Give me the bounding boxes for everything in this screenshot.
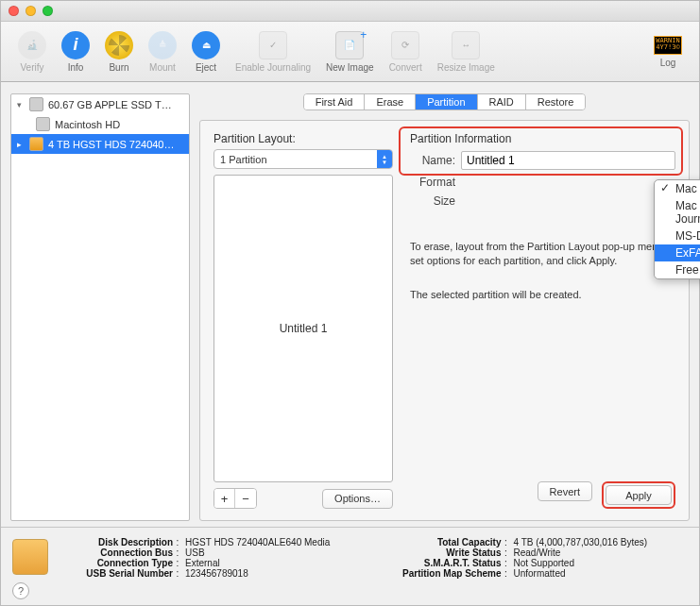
tool-label: Mount <box>149 62 176 73</box>
body: ▾ 60.67 GB APPLE SSD T… Macintosh HD ▸ 4… <box>1 82 699 527</box>
partition-panel: Partition Layout: 1 Partition ▲▼ Untitle… <box>199 120 690 521</box>
help-button[interactable]: ? <box>12 582 29 599</box>
format-option-exfat[interactable]: ExFAT <box>655 244 700 261</box>
sidebar-item-macintosh-hd[interactable]: Macintosh HD <box>11 114 189 134</box>
journal-icon: ✓ <box>259 31 287 59</box>
info-button[interactable]: i Info <box>54 27 97 76</box>
k: Disk Description <box>60 537 173 547</box>
view-tabs: First Aid Erase Partition RAID Restore <box>303 93 587 110</box>
created-text: The selected partition will be created. <box>410 289 675 300</box>
tab-partition[interactable]: Partition <box>416 94 477 109</box>
v: Read/Write <box>511 547 689 558</box>
sidebar-item-internal-disk[interactable]: ▾ 60.67 GB APPLE SSD T… <box>11 94 189 114</box>
burn-icon <box>105 31 133 59</box>
footer-details: Disk Description:HGST HDS 724040ALE640 M… <box>60 537 688 579</box>
info-title: Partition Information <box>410 132 675 145</box>
mount-button[interactable]: ≜ Mount <box>141 27 184 76</box>
disclosure-icon[interactable]: ▾ <box>17 100 25 109</box>
v: Unformatted <box>511 568 689 579</box>
v: External <box>182 558 360 568</box>
k: Total Capacity <box>388 537 502 547</box>
partition-diagram[interactable]: Untitled 1 <box>213 175 393 482</box>
k: Connection Type <box>60 558 173 568</box>
volume-icon <box>36 117 50 131</box>
log-icon: WARNIN4Y7!3© <box>654 36 682 55</box>
instruction-text: To erase, layout from the Partition Layo… <box>410 240 675 268</box>
tool-label: Verify <box>20 62 43 73</box>
select-arrows-icon: ▲▼ <box>377 150 392 168</box>
external-disk-icon <box>12 539 48 575</box>
eject-icon: ⏏ <box>192 31 220 59</box>
tool-label: Enable Journaling <box>235 62 311 73</box>
add-remove-seg: + − <box>213 488 257 509</box>
footer: Disk Description:HGST HDS 724040ALE640 M… <box>1 527 699 605</box>
select-value: 1 Partition <box>220 154 267 165</box>
v: 123456789018 <box>182 568 360 579</box>
format-dropdown: Mac OS Extended (Journaled) Mac OS Exten… <box>654 179 700 279</box>
tool-label: Log <box>660 58 676 68</box>
format-option-case-sensitive[interactable]: Mac OS Extended (Case-sensitive, Journal… <box>655 197 700 227</box>
v: HGST HDS 724040ALE640 Media <box>182 537 360 547</box>
minimize-icon[interactable] <box>26 6 36 16</box>
options-button[interactable]: Options… <box>322 489 393 509</box>
window-controls <box>9 6 53 16</box>
apply-button[interactable]: Apply <box>606 485 672 505</box>
k: Connection Bus <box>60 547 173 558</box>
add-partition-button[interactable]: + <box>214 489 235 508</box>
titlebar <box>1 1 699 22</box>
verify-button[interactable]: 🔬 Verify <box>10 27 54 76</box>
external-disk-icon <box>29 137 43 151</box>
tool-label: Resize Image <box>437 62 495 73</box>
tab-erase[interactable]: Erase <box>365 94 416 109</box>
close-icon[interactable] <box>9 6 19 16</box>
size-label: Size <box>410 194 455 208</box>
name-label: Name: <box>410 154 455 167</box>
mount-icon: ≜ <box>148 31 177 59</box>
disk-label: 60.67 GB APPLE SSD T… <box>48 99 172 110</box>
tab-first-aid[interactable]: First Aid <box>304 94 366 109</box>
highlight-annotation: Apply <box>602 481 675 509</box>
k: Write Status <box>388 547 502 558</box>
k: S.M.A.R.T. Status <box>388 558 502 568</box>
zoom-icon[interactable] <box>43 6 53 16</box>
disk-sidebar: ▾ 60.67 GB APPLE SSD T… Macintosh HD ▸ 4… <box>10 93 190 521</box>
partition-name-input[interactable] <box>461 151 675 170</box>
action-row: Revert Apply <box>410 481 675 509</box>
info-icon: i <box>61 31 90 59</box>
k: Partition Map Scheme <box>388 568 502 579</box>
disk-label: Macintosh HD <box>55 119 120 130</box>
eject-button[interactable]: ⏏ Eject <box>184 27 228 76</box>
tool-label: Convert <box>389 62 422 73</box>
v: USB <box>182 547 360 558</box>
format-option-free-space[interactable]: Free Space <box>655 261 700 278</box>
k: USB Serial Number <box>60 568 173 579</box>
tab-restore[interactable]: Restore <box>526 94 586 109</box>
disk-label: 4 TB HGST HDS 724040… <box>48 139 175 150</box>
remove-partition-button[interactable]: − <box>235 489 256 508</box>
layout-column: Partition Layout: 1 Partition ▲▼ Untitle… <box>213 132 393 509</box>
format-option-msdos[interactable]: MS-DOS (FAT) <box>655 227 700 244</box>
v: 4 TB (4,000,787,030,016 Bytes) <box>511 537 689 547</box>
revert-button[interactable]: Revert <box>538 481 592 501</box>
disk-icon <box>29 97 43 111</box>
tool-label: Eject <box>196 62 216 73</box>
new-image-button[interactable]: 📄+ New Image <box>318 27 382 76</box>
sidebar-item-external-disk[interactable]: ▸ 4 TB HGST HDS 724040… <box>11 134 189 154</box>
partition-block-label: Untitled 1 <box>280 322 328 335</box>
journaling-button[interactable]: ✓ Enable Journaling <box>228 27 318 76</box>
resize-button[interactable]: ↔ Resize Image <box>430 27 503 76</box>
convert-button[interactable]: ⟳ Convert <box>382 27 430 76</box>
tab-raid[interactable]: RAID <box>478 94 526 109</box>
format-option-journaled[interactable]: Mac OS Extended (Journaled) <box>655 180 700 197</box>
convert-icon: ⟳ <box>391 31 419 59</box>
disclosure-icon[interactable]: ▸ <box>17 140 25 149</box>
tool-label: Burn <box>109 62 128 73</box>
partition-layout-select[interactable]: 1 Partition ▲▼ <box>213 149 393 169</box>
tool-label: Info <box>68 62 84 73</box>
log-button[interactable]: WARNIN4Y7!3© Log <box>646 32 690 72</box>
format-label: Format <box>410 176 455 189</box>
resize-icon: ↔ <box>452 31 480 59</box>
v: Not Supported <box>511 558 689 568</box>
disk-utility-window: 🔬 Verify i Info Burn ≜ Mount ⏏ Eject ✓ E… <box>0 0 700 606</box>
burn-button[interactable]: Burn <box>97 27 141 76</box>
